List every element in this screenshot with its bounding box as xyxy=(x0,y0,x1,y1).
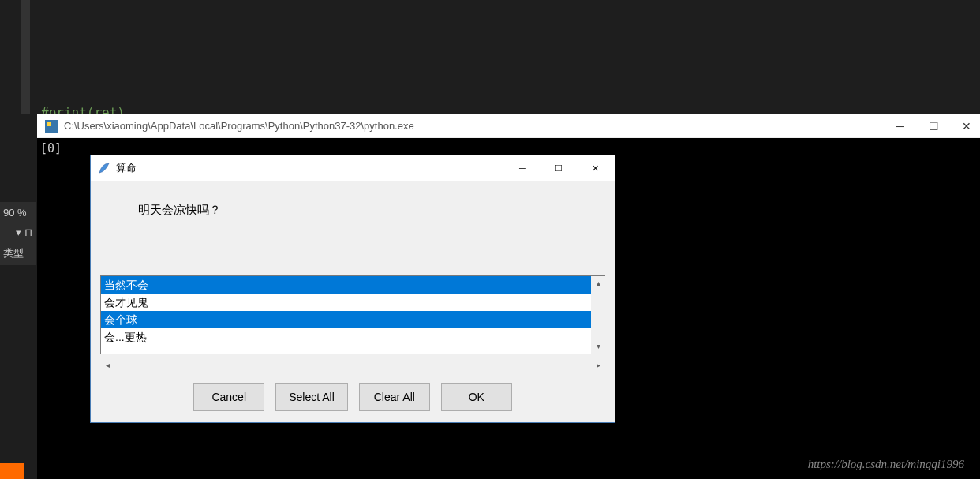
code-editor: #print(ret) import easygui as a ret=a.mu… xyxy=(0,0,980,114)
ok-button[interactable]: OK xyxy=(441,383,512,411)
minimize-button[interactable]: ─ xyxy=(895,120,906,133)
svg-rect-1 xyxy=(47,122,51,126)
orange-tab-marker[interactable] xyxy=(0,463,24,479)
panel-pin-row: ▾ ⊓ xyxy=(3,226,32,238)
zoom-indicator[interactable]: 90 % xyxy=(3,207,32,219)
cancel-button[interactable]: Cancel xyxy=(193,383,264,411)
chevron-down-icon[interactable]: ▾ xyxy=(16,226,21,238)
console-title: C:\Users\xiaoming\AppData\Local\Programs… xyxy=(64,120,895,132)
clear-all-button[interactable]: Clear All xyxy=(359,383,430,411)
choices-listbox[interactable]: 当然不会会才见鬼会个球会...更热 xyxy=(100,275,605,354)
multichoice-dialog: 算命 ─ ☐ ✕ 明天会凉快吗？ 当然不会会才见鬼会个球会...更热 ▴ ▾ ◂… xyxy=(90,155,615,423)
list-item[interactable]: 会...更热 xyxy=(101,328,604,346)
vertical-scrollbar[interactable]: ▴ ▾ xyxy=(591,276,605,354)
scroll-up-icon[interactable]: ▴ xyxy=(597,276,600,290)
dialog-close-button[interactable]: ✕ xyxy=(577,156,613,180)
watermark-text: https://blog.csdn.net/mingqi1996 xyxy=(808,458,964,471)
maximize-button[interactable]: ☐ xyxy=(928,120,939,133)
listbox-container: 当然不会会才见鬼会个球会...更热 ▴ ▾ xyxy=(100,275,605,354)
scroll-down-icon[interactable]: ▾ xyxy=(597,339,600,354)
select-all-button[interactable]: Select All xyxy=(275,383,348,411)
editor-gutter xyxy=(21,0,30,114)
horizontal-scrollbar[interactable]: ◂ ▸ xyxy=(100,357,605,372)
dialog-minimize-button[interactable]: ─ xyxy=(504,156,540,180)
console-window-controls: ─ ☐ ✕ xyxy=(895,120,972,133)
dialog-titlebar[interactable]: 算命 ─ ☐ ✕ xyxy=(91,155,615,181)
dialog-window-controls: ─ ☐ ✕ xyxy=(504,156,613,180)
type-label: 类型 xyxy=(3,246,32,260)
list-item[interactable]: 当然不会 xyxy=(101,276,604,294)
dialog-title: 算命 xyxy=(116,161,504,175)
code-line-0[interactable] xyxy=(41,41,980,62)
tk-feather-icon xyxy=(97,161,111,175)
console-output: [0] xyxy=(40,141,62,155)
scroll-right-icon[interactable]: ▸ xyxy=(591,361,605,369)
list-item[interactable]: 会才见鬼 xyxy=(101,294,604,311)
scroll-left-icon[interactable]: ◂ xyxy=(100,361,114,369)
dialog-maximize-button[interactable]: ☐ xyxy=(540,156,577,180)
list-item[interactable]: 会个球 xyxy=(101,311,604,328)
console-titlebar[interactable]: C:\Users\xiaoming\AppData\Local\Programs… xyxy=(37,114,980,138)
side-panel: 90 % ▾ ⊓ 类型 xyxy=(0,202,36,265)
pin-icon[interactable]: ⊓ xyxy=(24,226,32,238)
close-button[interactable]: ✕ xyxy=(961,120,972,133)
dialog-button-row: Cancel Select All Clear All OK xyxy=(91,383,615,411)
dialog-message: 明天会凉快吗？ xyxy=(91,181,615,275)
python-exe-icon xyxy=(45,120,58,133)
